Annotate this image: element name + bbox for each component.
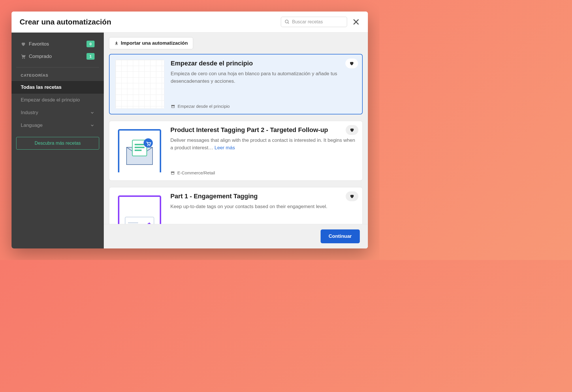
grid-thumbnail xyxy=(115,60,164,109)
svg-rect-7 xyxy=(171,105,175,106)
recipe-card-product-interest[interactable]: Product Interest Tagging Part 2 - Target… xyxy=(109,121,363,181)
recipe-category-label: Empezar desde el principio xyxy=(178,104,230,109)
recipe-thumbnail xyxy=(115,60,164,109)
svg-rect-12 xyxy=(135,147,144,148)
svg-rect-17 xyxy=(171,171,174,172)
svg-rect-8 xyxy=(172,106,174,108)
recipe-card-engagement-tagging[interactable]: Part 1 - Engagement Tagging Keep up-to-d… xyxy=(109,187,363,224)
svg-point-15 xyxy=(147,145,148,146)
modal-footer: Continuar xyxy=(104,224,368,248)
recipe-list: Empezar desde el principio Empieza de ce… xyxy=(104,54,368,224)
modal-header: Crear una automatización xyxy=(12,12,368,33)
purchased-count: 1 xyxy=(86,53,95,60)
favorites-count: 0 xyxy=(86,41,95,47)
archive-icon xyxy=(171,104,175,109)
purchased-label: Comprado xyxy=(29,54,52,59)
heart-icon xyxy=(21,42,26,47)
category-start-from-scratch[interactable]: Empezar desde el principio xyxy=(12,94,104,106)
sidebar-favorites[interactable]: Favoritos 0 xyxy=(21,38,95,50)
search-icon xyxy=(285,19,290,24)
close-icon xyxy=(352,18,360,26)
engagement-thumbnail xyxy=(118,195,161,224)
recipe-content: Product Interest Tagging Part 2 - Target… xyxy=(170,126,357,175)
email-illustration xyxy=(124,136,155,167)
continue-button[interactable]: Continuar xyxy=(321,229,360,243)
recipe-title: Part 1 - Engagement Tagging xyxy=(170,193,357,200)
recipe-thumbnail xyxy=(115,126,164,175)
recipe-title: Empezar desde el principio xyxy=(171,60,356,67)
import-automation-button[interactable]: Importar una automatización xyxy=(109,37,193,49)
download-icon xyxy=(114,41,118,45)
sidebar-top: Favoritos 0 Comprado 1 xyxy=(16,38,99,67)
header-actions xyxy=(281,17,360,27)
recipe-category: Empezar desde el principio xyxy=(171,101,356,109)
svg-point-5 xyxy=(24,58,25,58)
category-industry[interactable]: Industry xyxy=(12,106,104,119)
sidebar: Favoritos 0 Comprado 1 CATEGORÍAS Todas … xyxy=(12,33,104,248)
search-box[interactable] xyxy=(281,17,347,27)
heart-icon xyxy=(349,61,354,66)
read-more-link[interactable]: Leer más xyxy=(215,145,235,150)
main-panel: Importar una automatización Empezar desd… xyxy=(104,33,368,248)
recipe-title: Product Interest Tagging Part 2 - Target… xyxy=(170,126,357,134)
svg-rect-13 xyxy=(135,150,142,151)
search-input[interactable] xyxy=(292,19,343,24)
svg-rect-11 xyxy=(135,144,144,145)
favorite-button[interactable] xyxy=(346,125,358,135)
svg-rect-6 xyxy=(115,44,118,45)
recipe-category-label: E-Commerce/Retail xyxy=(177,170,215,175)
cart-icon xyxy=(21,54,26,59)
recipe-thumbnail xyxy=(115,193,164,224)
favorite-button[interactable] xyxy=(345,59,358,68)
category-label: Empezar desde el principio xyxy=(21,97,80,103)
modal-body: Favoritos 0 Comprado 1 CATEGORÍAS Todas … xyxy=(12,33,368,248)
category-label: Language xyxy=(21,122,43,128)
heart-icon xyxy=(349,194,355,199)
recipe-content: Part 1 - Engagement Tagging Keep up-to-d… xyxy=(170,193,357,224)
close-button[interactable] xyxy=(352,18,360,26)
svg-rect-18 xyxy=(171,172,174,174)
modal-title: Crear una automatización xyxy=(20,18,111,27)
archive-icon xyxy=(170,171,175,175)
category-label: Industry xyxy=(21,110,38,116)
categories-heading: CATEGORÍAS xyxy=(16,73,99,81)
main-toolbar: Importar una automatización xyxy=(104,33,368,54)
import-label: Importar una automatización xyxy=(121,40,188,46)
category-label: Todas las recetas xyxy=(21,84,61,90)
category-language[interactable]: Language xyxy=(12,119,104,132)
svg-point-16 xyxy=(149,145,150,146)
discover-more-button[interactable]: Descubra más recetas xyxy=(16,137,99,150)
heart-icon xyxy=(349,127,355,133)
favorite-button[interactable] xyxy=(346,191,358,201)
svg-point-0 xyxy=(285,20,288,23)
svg-line-1 xyxy=(288,22,289,24)
svg-point-4 xyxy=(22,58,23,58)
recipe-description: Empieza de cero con una hoja en blanco p… xyxy=(171,70,356,85)
favorites-label: Favoritos xyxy=(29,41,49,47)
category-all-recipes[interactable]: Todas las recetas xyxy=(12,81,104,94)
create-automation-modal: Crear una automatización Favoritos 0 xyxy=(12,12,368,248)
chevron-down-icon xyxy=(90,110,95,115)
recipe-description: Deliver messages that align with the pro… xyxy=(170,137,357,151)
recipe-category: E-Commerce/Retail xyxy=(170,168,357,175)
chart-illustration xyxy=(124,216,155,224)
recipe-content: Empezar desde el principio Empieza de ce… xyxy=(171,60,356,109)
chevron-down-icon xyxy=(90,123,95,128)
email-thumbnail xyxy=(118,129,161,172)
sidebar-purchased[interactable]: Comprado 1 xyxy=(21,50,95,63)
recipe-description: Keep up-to-date tags on your contacts ba… xyxy=(170,203,357,210)
recipe-card-start-from-scratch[interactable]: Empezar desde el principio Empieza de ce… xyxy=(109,54,363,114)
